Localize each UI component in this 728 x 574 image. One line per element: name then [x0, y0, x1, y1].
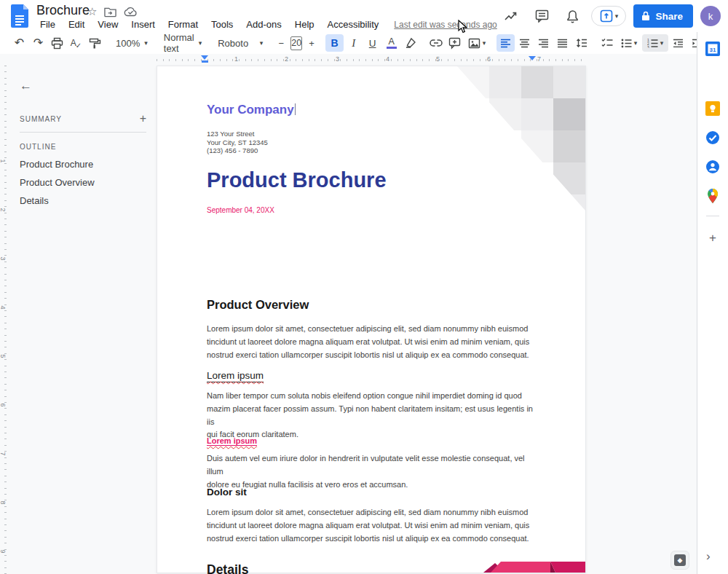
underline-button[interactable]: U [363, 34, 381, 52]
paragraph-dolor[interactable]: Lorem ipsum dolor sit amet, consectetuer… [207, 506, 539, 545]
docs-logo-icon[interactable] [11, 4, 28, 28]
insert-image-button[interactable]: ▾ [464, 34, 489, 52]
spellcheck-button[interactable]: A✓ [67, 34, 85, 52]
heading-product-overview[interactable]: Product Overview [207, 298, 309, 312]
zoom-select[interactable]: 100% ▾ [111, 34, 152, 52]
menu-view[interactable]: View [92, 18, 123, 31]
paragraph-nam[interactable]: Nam liber tempor cum soluta nobis eleife… [207, 390, 539, 441]
ruler-number: 4 [0, 305, 7, 309]
image-icon [468, 38, 480, 49]
insert-link-button[interactable] [427, 34, 445, 52]
link-icon [430, 39, 443, 47]
horizontal-ruler[interactable]: 1 2 3 4 5 6 7 [157, 55, 586, 65]
font-select[interactable]: Roboto ▾ [213, 34, 267, 52]
add-summary-button[interactable]: + [140, 112, 146, 125]
account-avatar[interactable]: k [700, 6, 721, 26]
menu-insert[interactable]: Insert [126, 18, 160, 31]
paragraph-overview[interactable]: Lorem ipsum dolor sit amet, consectetuer… [207, 323, 539, 361]
ruler-number: 6 [487, 55, 491, 63]
tasks-app-button[interactable] [705, 130, 721, 146]
menu-file[interactable]: File [35, 18, 60, 31]
star-icon[interactable]: ☆ [87, 5, 97, 18]
expand-side-panel-button[interactable]: › [706, 549, 711, 564]
ruler-number: 2 [0, 208, 7, 211]
right-indent-marker[interactable] [529, 56, 536, 60]
close-outline-button[interactable]: ← [20, 79, 154, 93]
print-button[interactable] [48, 34, 66, 52]
document-page[interactable]: Your Company 123 Your Street Your City, … [157, 66, 586, 573]
heading-lorem-ipsum[interactable]: Lorem ipsum [207, 370, 264, 381]
ruler-number: 7 [537, 55, 541, 63]
menu-addons[interactable]: Add-ons [241, 18, 286, 31]
font-size-input[interactable]: 20 [290, 36, 302, 50]
first-line-indent-marker[interactable] [201, 55, 208, 60]
undo-button[interactable]: ↶ [10, 34, 28, 52]
line-spacing-button[interactable] [572, 34, 590, 52]
menu-format[interactable]: Format [163, 18, 203, 31]
italic-button[interactable]: I [344, 34, 363, 52]
align-center-button[interactable] [515, 34, 534, 52]
lorem-ipsum-link[interactable]: Lorem ipsum [207, 436, 257, 445]
styles-select[interactable]: Normal text ▾ [159, 34, 206, 52]
outline-item-product-brochure[interactable]: Product Brochure [20, 155, 154, 173]
share-button[interactable]: Share [633, 4, 693, 28]
document-title[interactable]: Brochure [36, 3, 90, 18]
add-comment-button[interactable] [446, 34, 464, 52]
contacts-app-button[interactable] [705, 159, 721, 175]
vertical-ruler[interactable]: 1 2 3 4 5 6 7 8 9 [0, 66, 10, 574]
menu-tools[interactable]: Tools [206, 18, 238, 31]
text-color-bar [387, 47, 397, 49]
outline-item-product-overview[interactable]: Product Overview [20, 173, 154, 192]
numbered-list-icon: 123 [647, 39, 658, 48]
toolbar: ↶ ↷ A✓ 100% ▾ Normal text ▾ Roboto ▾ − 2… [0, 32, 697, 54]
bulleted-list-button[interactable]: ▾ [617, 34, 641, 52]
bold-button[interactable]: B [325, 34, 344, 52]
google-side-panel: 31 + › [697, 32, 728, 574]
outline-panel: ← SUMMARY + OUTLINE Product Brochure Pro… [11, 66, 154, 210]
present-to-meeting-icon [600, 9, 613, 23]
lorem-link-text: Lorem ipsum [207, 436, 257, 446]
text-color-button[interactable]: A [382, 34, 400, 52]
decrease-indent-button[interactable] [669, 34, 687, 52]
heading-details[interactable]: Details [207, 562, 248, 574]
open-comment-history-button[interactable] [530, 4, 553, 28]
calendar-app-button[interactable]: 31 [705, 41, 721, 57]
menu-accessibility[interactable]: Accessibility [323, 18, 384, 31]
notifications-button[interactable] [561, 4, 584, 28]
explore-icon: ◆ [674, 554, 686, 566]
maps-app-button[interactable] [705, 188, 721, 204]
outline-label: OUTLINE [20, 143, 56, 151]
last-edit-link[interactable]: Last edit was seconds ago [394, 20, 496, 30]
left-indent-marker[interactable] [202, 60, 208, 63]
menu-help[interactable]: Help [290, 18, 320, 31]
font-size-increase-button[interactable]: + [305, 34, 318, 52]
explore-button[interactable]: ◆ [670, 551, 689, 570]
keep-app-button[interactable] [705, 101, 721, 117]
document-activity-button[interactable] [499, 4, 523, 28]
cloud-saved-icon[interactable] [124, 7, 138, 17]
paragraph-duis[interactable]: Duis autem vel eum iriure dolor in hendr… [207, 452, 539, 491]
checklist-button[interactable] [598, 34, 616, 52]
align-justify-button[interactable] [553, 34, 571, 52]
company-address-text[interactable]: 123 Your Street Your City, ST 12345 (123… [207, 130, 268, 155]
paint-format-button[interactable] [86, 34, 104, 52]
document-heading-title[interactable]: Product Brochure [207, 168, 387, 192]
outline-item-details[interactable]: Details [20, 192, 154, 210]
menu-edit[interactable]: Edit [63, 18, 90, 31]
align-right-button[interactable] [534, 34, 553, 52]
company-name-text[interactable]: Your Company [207, 103, 296, 117]
redo-button[interactable]: ↷ [29, 34, 47, 52]
numbered-list-button[interactable]: 123 ▾ [642, 34, 668, 52]
editor-canvas: 1 2 3 4 5 6 7 1 2 3 4 5 6 7 8 9 ← SUMMAR… [0, 54, 697, 574]
presence-meet-button[interactable]: ▾ [591, 6, 626, 26]
google-keep-icon [705, 101, 720, 116]
highlight-color-button[interactable] [401, 34, 419, 52]
ruler-number: 3 [336, 55, 339, 63]
move-folder-icon[interactable] [104, 7, 116, 17]
document-date-text[interactable]: September 04, 20XX [207, 206, 274, 214]
highlighter-icon [405, 37, 416, 49]
font-size-decrease-button[interactable]: − [274, 34, 288, 52]
align-left-button[interactable] [496, 34, 515, 52]
heading-dolor-sit[interactable]: Dolor sit [207, 487, 247, 498]
get-addons-button[interactable]: + [705, 230, 721, 246]
